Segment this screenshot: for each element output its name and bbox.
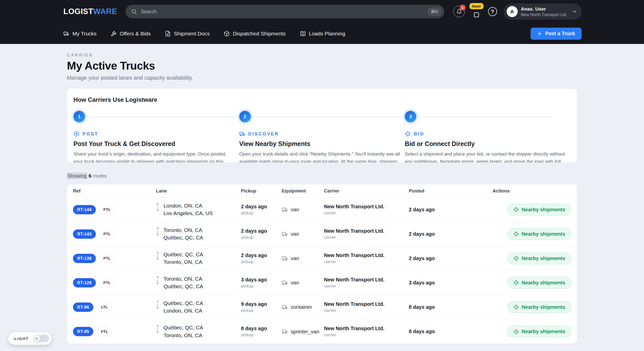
ref-badge: RT-138 bbox=[73, 254, 96, 263]
header-icon-row: 1 New! ? bbox=[453, 5, 497, 18]
search-placeholder: Search bbox=[141, 9, 428, 15]
truck-icon bbox=[282, 280, 288, 286]
nearby-shipments-button[interactable]: Nearby shipments bbox=[507, 204, 572, 216]
pickup-time: 2 days ago bbox=[241, 253, 282, 258]
theme-toggle[interactable]: LIGHT bbox=[8, 332, 52, 345]
ref-badge: RT-85 bbox=[73, 327, 93, 336]
theme-switch[interactable] bbox=[33, 335, 49, 342]
pickup-time: 8 days ago bbox=[241, 326, 282, 331]
step-heading: Bid or Connect Directly bbox=[405, 140, 571, 147]
notifications-button[interactable]: 1 bbox=[453, 6, 465, 17]
posted-time: 2 days ago bbox=[409, 231, 493, 237]
table-row[interactable]: RT-143 FTL Toronto, ON, CA Québec, QC, C… bbox=[67, 222, 577, 246]
target-icon bbox=[513, 280, 519, 285]
target-icon bbox=[513, 231, 519, 237]
step-discover: 2 DISCOVER View Nearby Shipments Open yo… bbox=[239, 111, 405, 163]
nav-item-shipment-docs[interactable]: Shipment Docs bbox=[165, 31, 210, 37]
target-icon bbox=[405, 131, 411, 137]
nav-item-dispatched-shipments[interactable]: Dispatched Shipments bbox=[224, 31, 286, 37]
carrier-sublabel: carrier bbox=[324, 235, 409, 240]
notification-count-badge: 1 bbox=[460, 5, 466, 11]
route-icon bbox=[156, 276, 159, 285]
lane-destination: Toronto, ON, CA bbox=[164, 258, 203, 266]
ref-badge: RT-143 bbox=[73, 229, 96, 239]
pickup-sublabel: pickup bbox=[241, 332, 282, 337]
how-carriers-card: How Carriers Use Logistware 1 POST Post … bbox=[67, 89, 577, 163]
equipment-type: van bbox=[291, 280, 299, 286]
whats-new-button[interactable]: New! bbox=[471, 5, 481, 18]
nav-bar: My Trucks Offers & Bids Shipment Docs Di… bbox=[0, 23, 644, 44]
help-icon: ? bbox=[491, 9, 494, 15]
column-header-lane: Lane bbox=[156, 188, 241, 194]
search-input[interactable]: Search ⌘K bbox=[126, 5, 444, 18]
carrier-name: New North Transport Ltd. bbox=[324, 253, 409, 258]
route-icon bbox=[156, 227, 159, 236]
nearby-shipments-button[interactable]: Nearby shipments bbox=[507, 228, 572, 240]
carrier-sublabel: carrier bbox=[324, 308, 409, 313]
gavel-icon bbox=[111, 31, 117, 37]
page-content: CARRIER My Active Trucks Manage your pos… bbox=[67, 53, 577, 344]
column-header-actions: Actions bbox=[493, 188, 577, 194]
route-icon bbox=[156, 203, 159, 212]
nav-item-my-trucks[interactable]: My Trucks bbox=[63, 31, 97, 37]
table-row[interactable]: RT-128 FTL Toronto, ON, CA Québec, QC, C… bbox=[67, 271, 577, 295]
table-row[interactable]: RT-86 LTL Québec, QC, CA London, ON, CA … bbox=[67, 295, 577, 319]
table-row[interactable]: RT-85 FTL Québec, QC, CA Toronto, ON, CA… bbox=[67, 319, 577, 344]
post-a-truck-button[interactable]: Post a Truck bbox=[531, 28, 582, 40]
nearby-shipments-button[interactable]: Nearby shipments bbox=[507, 277, 572, 289]
ref-badge: RT-128 bbox=[73, 278, 96, 287]
posted-time: 2 days ago bbox=[409, 256, 493, 261]
pickup-sublabel: pickup bbox=[241, 235, 282, 240]
route-icon bbox=[156, 300, 159, 310]
results-unit: routes bbox=[93, 173, 107, 179]
user-menu[interactable]: A Anas. User New North Transport Ltd. bbox=[504, 4, 582, 20]
lane-destination: London, ON, CA bbox=[164, 307, 203, 315]
lane-origin: Québec, QC, CA bbox=[164, 251, 203, 258]
pickup-time: 2 days ago bbox=[241, 204, 282, 210]
truck-icon bbox=[282, 328, 288, 335]
carrier-sublabel: carrier bbox=[324, 259, 409, 264]
posted-time: 8 days ago bbox=[409, 329, 493, 334]
logo-part-2: WARE bbox=[93, 7, 117, 16]
lane-origin: London, ON, CA bbox=[164, 202, 213, 210]
ref-badge: RT-86 bbox=[73, 303, 93, 312]
nearby-shipments-label: Nearby shipments bbox=[522, 280, 565, 286]
results-count: 6 bbox=[89, 173, 91, 179]
page-eyebrow: CARRIER bbox=[67, 53, 577, 58]
equipment-type: van bbox=[291, 207, 299, 213]
truck-icon bbox=[282, 231, 288, 237]
search-shortcut-badge: ⌘K bbox=[428, 7, 441, 16]
column-header-equipment: Equipment bbox=[282, 188, 324, 194]
load-type-badge: FTL bbox=[100, 278, 114, 287]
carrier-sublabel: carrier bbox=[324, 332, 409, 337]
results-summary-highlight: Showing bbox=[67, 173, 87, 179]
lane-origin: Québec, QC, CA bbox=[164, 299, 203, 307]
plus-circle-icon bbox=[73, 131, 79, 137]
table-row[interactable]: RT-138 FTL Québec, QC, CA Toronto, ON, C… bbox=[67, 246, 577, 271]
posted-time: 3 days ago bbox=[409, 280, 493, 286]
nav-label: Dispatched Shipments bbox=[233, 31, 286, 37]
posted-time: 8 days ago bbox=[409, 304, 493, 310]
map-icon bbox=[300, 31, 306, 37]
table-row[interactable]: RT-144 FTL London, ON, CA Los Angeles, C… bbox=[67, 197, 577, 222]
ref-badge: RT-144 bbox=[73, 205, 96, 214]
nearby-shipments-button[interactable]: Nearby shipments bbox=[507, 301, 572, 313]
nearby-shipments-button[interactable]: Nearby shipments bbox=[507, 253, 572, 264]
step-number-badge: 1 bbox=[73, 111, 85, 122]
column-header-ref: Ref bbox=[67, 188, 156, 194]
lane-destination: Québec, QC, CA bbox=[164, 234, 203, 241]
route-icon bbox=[156, 325, 159, 334]
carrier-sublabel: carrier bbox=[324, 211, 409, 216]
nav-item-offers-bids[interactable]: Offers & Bids bbox=[111, 31, 151, 37]
help-button[interactable]: ? bbox=[488, 7, 497, 16]
new-badge: New! bbox=[469, 3, 484, 9]
brand-logo[interactable]: LOGISTWARE bbox=[63, 7, 117, 16]
load-type-badge: LTL bbox=[97, 303, 111, 312]
nav-label: Loads Planning bbox=[309, 31, 345, 37]
nav-item-loads-planning[interactable]: Loads Planning bbox=[300, 31, 345, 37]
step-body: Select a shipment and place your bid, or… bbox=[405, 150, 566, 163]
target-icon bbox=[513, 256, 519, 261]
route-icon bbox=[156, 252, 159, 261]
carrier-name: New North Transport Ltd. bbox=[324, 228, 409, 234]
nearby-shipments-button[interactable]: Nearby shipments bbox=[507, 326, 572, 337]
